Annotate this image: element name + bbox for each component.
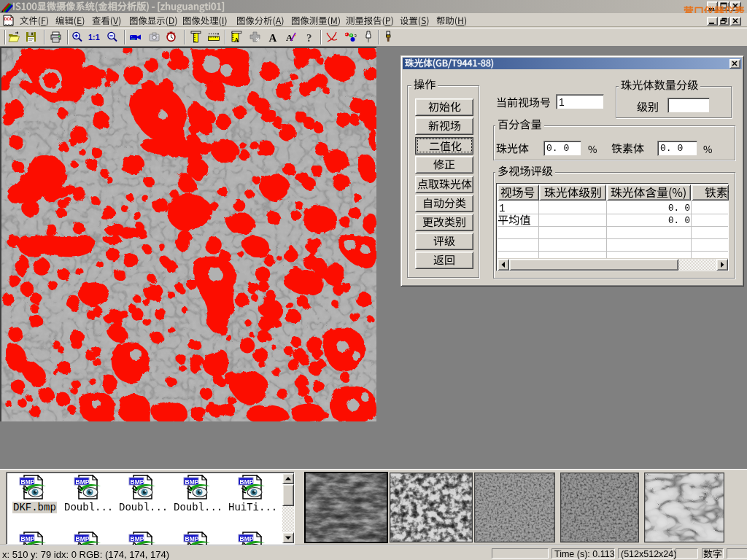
svg-text:DOC: DOC (4, 17, 13, 21)
svg-text:A: A (286, 32, 293, 43)
svg-text:1:1: 1:1 (88, 33, 100, 42)
svg-text:1: 1 (345, 31, 347, 36)
svg-text:A: A (234, 36, 239, 44)
svg-text:a: a (350, 33, 352, 37)
svg-text:3: 3 (355, 34, 357, 38)
svg-text:A: A (269, 32, 277, 44)
svg-text:?: ? (306, 32, 312, 44)
